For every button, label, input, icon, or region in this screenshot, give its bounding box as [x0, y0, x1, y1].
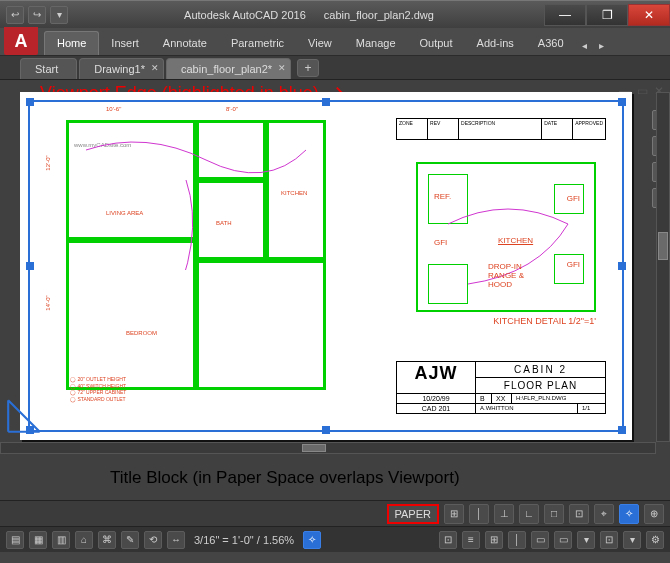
file-tab-cabin[interactable]: cabin_floor_plan2*✕ [166, 58, 291, 79]
horizontal-scrollbar[interactable] [0, 442, 656, 454]
ribbon-tab-manage[interactable]: Manage [344, 32, 408, 55]
grip-handle[interactable] [618, 426, 626, 434]
note-item: 72" UPPER CABINET [70, 389, 126, 396]
ribbon-tab-annotate[interactable]: Annotate [151, 32, 219, 55]
ribbon-tab-home[interactable]: Home [44, 31, 99, 55]
detail-label: GFI [434, 238, 447, 247]
tb-path: H:\FLR_PLN.DWG [511, 394, 605, 403]
annotation-title-block: Title Block (in Paper Space overlaps Vie… [110, 468, 460, 488]
status-icon[interactable]: □ [544, 504, 564, 524]
customize-icon[interactable]: ⚙ [646, 531, 664, 549]
detail-wiring [418, 164, 670, 314]
window-title: Autodesk AutoCAD 2016 cabin_floor_plan2.… [74, 9, 544, 21]
grip-handle[interactable] [322, 426, 330, 434]
vertical-scrollbar[interactable] [656, 92, 670, 442]
tb-project: CABIN 2 [476, 362, 605, 378]
drawing-canvas[interactable]: Viewport Edge (highlighted in blue) ↘ — … [0, 80, 670, 500]
sb-icon[interactable]: ▭ [554, 531, 572, 549]
status-icon[interactable]: ✧ [619, 504, 639, 524]
sb-icon[interactable]: ▾ [577, 531, 595, 549]
scrollbar-thumb[interactable] [302, 444, 326, 452]
note-item: STANDARD OUTLET [70, 396, 126, 403]
note-item: 20" OUTLET HEIGHT [70, 376, 126, 383]
qat-more[interactable]: ▾ [50, 6, 68, 24]
grip-handle[interactable] [618, 98, 626, 106]
qat-undo[interactable]: ↩ [6, 6, 24, 24]
osnap-icon[interactable]: ✎ [121, 531, 139, 549]
sb-icon[interactable]: ▭ [531, 531, 549, 549]
kitchen-detail-drawing: REF. GFI GFI GFI KITCHEN DROP-IN RANGE &… [416, 162, 596, 312]
status-bar-lower: ▤ ▦ ▥ ⌂ ⌘ ✎ ⟲ ↔ 3/16" = 1'-0" / 1.56% ✧ … [0, 526, 670, 552]
status-icon[interactable]: ⊞ [444, 504, 464, 524]
title-block: AJW CABIN 2 FLOOR PLAN 10/20/99 B XX H:\… [396, 361, 606, 414]
paper-model-toggle[interactable]: PAPER [387, 504, 439, 524]
floor-plan-drawing: LIVING AREA BATH KITCHEN BEDROOM 12'-0" … [66, 120, 326, 390]
file-tab-drawing1[interactable]: Drawing1*✕ [79, 58, 164, 79]
tb-rev: XX [491, 394, 511, 403]
window-titlebar: ↩ ↪ ▾ Autodesk AutoCAD 2016 cabin_floor_… [0, 0, 670, 28]
sb-icon[interactable]: ≡ [462, 531, 480, 549]
ribbon-overflow-right-icon[interactable]: ▸ [593, 36, 610, 55]
annoscale-icon[interactable]: ✧ [303, 531, 321, 549]
otrack-icon[interactable]: ⟲ [144, 531, 162, 549]
ribbon-tab-a360[interactable]: A360 [526, 32, 576, 55]
grip-handle[interactable] [26, 98, 34, 106]
sb-icon[interactable]: │ [508, 531, 526, 549]
rev-col: REV [427, 119, 458, 139]
close-button[interactable]: ✕ [628, 4, 670, 26]
status-icon[interactable]: ⊡ [569, 504, 589, 524]
ribbon-tab-addins[interactable]: Add-ins [465, 32, 526, 55]
file-tab-label: Drawing1* [94, 63, 145, 75]
scrollbar-thumb[interactable] [658, 232, 668, 260]
scale-readout[interactable]: 3/16" = 1'-0" / 1.56% [190, 534, 298, 546]
status-icon[interactable]: ∟ [519, 504, 539, 524]
minimize-button[interactable]: — [544, 4, 586, 26]
snap-icon[interactable]: ▥ [52, 531, 70, 549]
rev-col: DESCRIPTION [458, 119, 541, 139]
detail-label: GFI [567, 194, 580, 203]
room-label: BEDROOM [126, 330, 157, 336]
app-logo-icon[interactable]: A [4, 27, 38, 55]
grid-icon[interactable]: ▦ [29, 531, 47, 549]
file-name: cabin_floor_plan2.dwg [324, 9, 434, 21]
tb-drawn: A.WHITTON [475, 404, 577, 413]
tb-size: B [475, 394, 491, 403]
quick-access-toolbar: ↩ ↪ ▾ [0, 6, 74, 24]
lineweight-icon[interactable]: ↔ [167, 531, 185, 549]
status-icon[interactable]: │ [469, 504, 489, 524]
grip-handle[interactable] [322, 98, 330, 106]
file-tabs: Start Drawing1*✕ cabin_floor_plan2*✕ + [0, 56, 670, 80]
ribbon-tab-output[interactable]: Output [408, 32, 465, 55]
polar-icon[interactable]: ⌘ [98, 531, 116, 549]
qat-redo[interactable]: ↪ [28, 6, 46, 24]
sb-icon[interactable]: ⊞ [485, 531, 503, 549]
close-tab-icon[interactable]: ✕ [278, 63, 286, 73]
model-tab-icon[interactable]: ▤ [6, 531, 24, 549]
sb-icon[interactable]: ▾ [623, 531, 641, 549]
ribbon-overflow-left-icon[interactable]: ◂ [576, 36, 593, 55]
file-tab-label: Start [35, 63, 58, 75]
detail-label: REF. [434, 192, 451, 201]
ucs-icon[interactable] [4, 394, 46, 436]
grip-handle[interactable] [26, 262, 34, 270]
detail-label: GFI [567, 260, 580, 269]
ribbon-tab-parametric[interactable]: Parametric [219, 32, 296, 55]
rev-col: ZONE [397, 119, 427, 139]
add-tab-button[interactable]: + [297, 59, 319, 77]
maximize-button[interactable]: ❐ [586, 4, 628, 26]
app-name: Autodesk AutoCAD 2016 [184, 9, 306, 21]
doc-restore-icon[interactable]: ▭ [637, 84, 648, 98]
ribbon-tab-insert[interactable]: Insert [99, 32, 151, 55]
ortho-icon[interactable]: ⌂ [75, 531, 93, 549]
viewport-frame[interactable]: www.myCADsite.com LIVING AREA BATH KITCH… [28, 100, 624, 432]
ribbon-tab-view[interactable]: View [296, 32, 344, 55]
status-icon[interactable]: ⌖ [594, 504, 614, 524]
ribbon-tabs: A Home Insert Annotate Parametric View M… [0, 28, 670, 56]
file-tab-start[interactable]: Start [20, 58, 77, 79]
sb-icon[interactable]: ⊡ [600, 531, 618, 549]
sb-icon[interactable]: ⊡ [439, 531, 457, 549]
close-tab-icon[interactable]: ✕ [151, 63, 159, 73]
status-icon[interactable]: ⊥ [494, 504, 514, 524]
status-bar-upper: PAPER ⊞ │ ⊥ ∟ □ ⊡ ⌖ ✧ ⊕ [0, 500, 670, 526]
status-icon[interactable]: ⊕ [644, 504, 664, 524]
